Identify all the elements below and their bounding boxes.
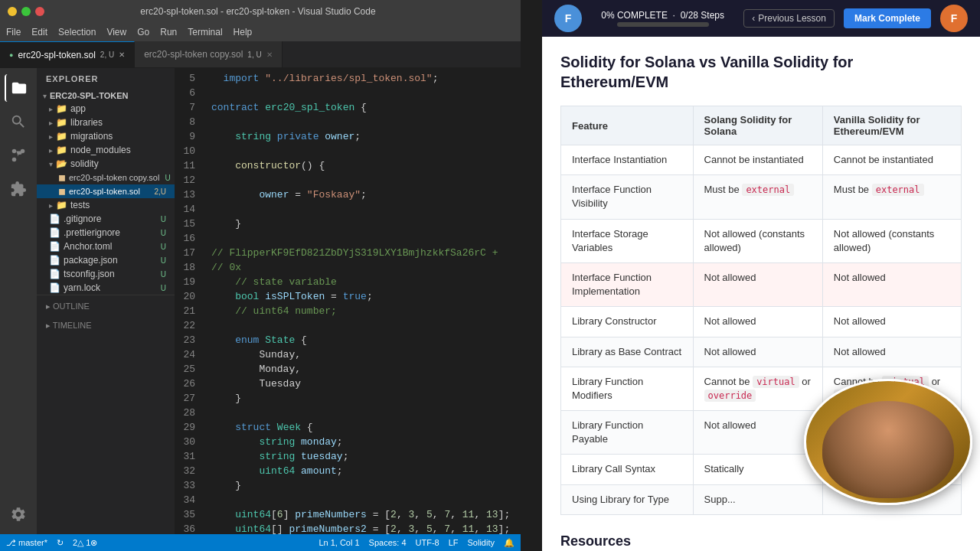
sidebar-item-tsconfig[interactable]: 📄 tsconfig.json U [37,267,175,281]
folder-icon-tests: 📁 [56,200,67,210]
sidebar-item-libraries[interactable]: ▸ 📁 libraries [37,116,175,129]
course-header: F 0% COMPLETE · 0/28 Steps ‹ Previous Le… [542,0,980,37]
tab-close-1[interactable]: ✕ [119,51,125,59]
menu-run[interactable]: Run [160,27,177,37]
sidebar-item-active-file[interactable]: ◼ erc20-spl-token.sol 2,U [37,184,175,198]
folder-icon-migrations: 📁 [56,131,67,142]
menu-view[interactable]: View [106,27,126,37]
progress-steps: 0/28 Steps [681,10,724,21]
video-feed [806,381,970,503]
encoding: UTF-8 [416,538,439,548]
spaces: Spaces: 4 [369,538,407,548]
solana-cell: Not allowed [693,411,822,455]
close-button[interactable] [35,7,44,16]
editor-area: Explorer ▾ ERC20-SPL-TOKEN ▸ 📁 app ▸ 📁 l… [0,68,521,534]
line-ending: LF [449,538,459,548]
folder-icon-solidity: 📂 [56,158,67,169]
file-icon-package: 📄 [49,255,60,266]
sidebar-item-package[interactable]: 📄 package.json U [37,253,175,267]
ethereum-cell: Not allowed [822,307,961,337]
badge-anchor: U [158,243,168,251]
problems-count[interactable]: 2△ 1⊗ [73,538,97,548]
bell-icon[interactable]: 🔔 [504,538,514,548]
user-avatar: F [554,5,582,32]
title-bar: erc20-spl-token.sol - erc20-spl-token - … [0,0,521,23]
root-chevron: ▾ [43,92,47,100]
window-controls[interactable] [8,7,44,16]
label-tsconfig: tsconfig.json [64,269,115,279]
sidebar-item-node-modules[interactable]: ▸ 📁 node_modules [37,143,175,157]
file-icon-tsconfig: 📄 [49,269,60,279]
nav-buttons: ‹ Previous Lesson [743,9,835,28]
window-title: erc20-spl-token.sol - erc20-spl-token - … [44,6,472,17]
tab-copy-file[interactable]: erc20-spl-token copy.sol 1, U ✕ [135,41,283,67]
language[interactable]: Solidity [468,538,495,548]
menu-file[interactable]: File [6,27,21,37]
file-icon-active: ◼ [58,186,66,197]
search-icon[interactable] [5,108,32,135]
menu-selection[interactable]: Selection [58,27,96,37]
label-tests: tests [70,200,90,210]
badge-tsconfig: U [158,270,168,279]
chevron-tests: ▸ [49,201,53,210]
tab-position-1: 2, U [100,51,114,59]
sync-icon[interactable]: ↻ [57,538,64,548]
code-editor[interactable]: 56789 1011121314 1516171819 2021222324 2… [175,68,521,534]
progress-bar [617,22,709,27]
file-icon-prettier: 📄 [49,227,60,238]
sidebar-item-gitignore[interactable]: 📄 .gitignore U [37,212,175,226]
tab-close-2[interactable]: ✕ [266,51,273,59]
solana-cell: Not allowed [693,337,822,367]
feature-cell: Interface Instantiation [561,145,694,175]
feature-cell: Library Function Payable [561,411,694,455]
solana-cell: Cannot be instantiated [693,145,822,175]
sidebar-item-migrations[interactable]: ▸ 📁 migrations [37,129,175,143]
menu-terminal[interactable]: Terminal [188,27,222,37]
chevron-migrations: ▸ [49,132,53,141]
feature-cell: Interface Function Implementation [561,262,694,306]
file-icon-anchor: 📄 [49,241,60,252]
settings-icon[interactable] [5,500,32,528]
sidebar-item-prettierignore[interactable]: 📄 .prettierignore U [37,226,175,240]
sidebar-item-solidity[interactable]: ▾ 📂 solidity [37,157,175,171]
prev-lesson-button[interactable]: ‹ Previous Lesson [743,9,835,28]
sidebar-item-copy-file[interactable]: ◼ erc20-spl-token copy.sol U [37,171,175,184]
timeline-label[interactable]: ▸ TIMELINE [46,321,92,331]
git-icon[interactable] [5,142,32,169]
badge-active: 2,U [152,187,168,196]
minimize-button[interactable] [8,7,17,16]
menu-help[interactable]: Help [234,27,253,37]
git-branch[interactable]: ⎇ master* [6,538,47,548]
mark-complete-button[interactable]: Mark Complete [844,8,931,28]
root-folder[interactable]: ▾ ERC20-SPL-TOKEN [37,90,175,102]
progress-text: 0% COMPLETE · 0/28 Steps [601,10,724,21]
label-node-modules: node_modules [70,145,131,155]
menu-go[interactable]: Go [137,27,149,37]
explorer-icon[interactable] [5,74,32,102]
file-icon-copy: ◼ [58,172,66,183]
maximize-button[interactable] [21,7,31,16]
extensions-icon[interactable] [5,175,32,203]
outline-label[interactable]: ▸ OUTLINE [46,302,90,311]
ethereum-cell: Not allowed (constants allowed) [822,219,961,262]
progress-section: 0% COMPLETE · 0/28 Steps [591,10,734,27]
tab-active-file[interactable]: ● erc20-spl-token.sol 2, U ✕ [0,41,135,67]
menu-edit[interactable]: Edit [31,27,47,37]
sidebar-item-app[interactable]: ▸ 📁 app [37,102,175,116]
file-icon-yarn: 📄 [49,282,60,293]
cursor-position: Ln 1, Col 1 [318,538,359,548]
svg-point-0 [12,149,17,154]
table-row: Interface Instantiation Cannot be instan… [561,145,962,175]
code-content[interactable]: import "../libraries/spl_token.sol"; con… [205,68,521,534]
sidebar-item-anchor[interactable]: 📄 Anchor.toml U [37,240,175,253]
feature-cell: Library Call Syntax [561,455,694,484]
chevron-app: ▸ [49,105,53,113]
sidebar-item-tests[interactable]: ▸ 📁 tests [37,198,175,212]
table-row: Library Constructor Not allowed Not allo… [561,307,962,337]
activity-bar [0,68,37,534]
feature-cell: Interface Function Visibility [561,175,694,219]
status-bar: ⎇ master* ↻ 2△ 1⊗ Ln 1, Col 1 Spaces: 4 … [0,534,521,551]
tab-dirty-indicator: ● [9,51,13,59]
sidebar-item-yarn[interactable]: 📄 yarn.lock U [37,281,175,295]
label-yarn: yarn.lock [64,282,100,293]
